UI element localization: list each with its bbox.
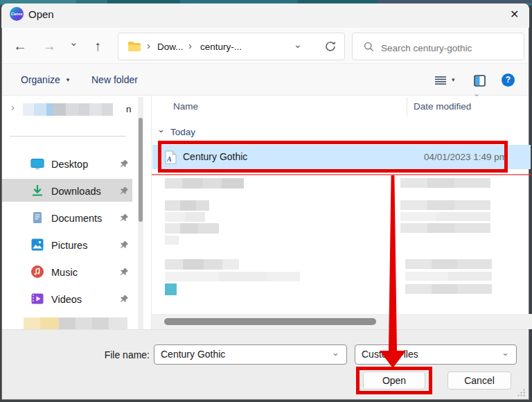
title-bar	[1, 3, 529, 28]
date-redacted	[400, 200, 490, 210]
sidebar-item-label: Desktop	[51, 159, 88, 170]
pin-icon	[119, 241, 129, 250]
address-dropdown-chevron[interactable]: ⌄	[294, 39, 302, 50]
annotation-underline	[152, 174, 532, 175]
new-folder-button[interactable]: New folder	[91, 74, 138, 85]
view-dropdown-caret-icon[interactable]: ▾	[452, 76, 455, 83]
date-redacted	[405, 272, 492, 281]
date-redacted	[400, 212, 490, 221]
file-name-combobox[interactable]: Century Gothic ⌄	[154, 344, 347, 365]
canva-logo-icon: Canva	[10, 7, 24, 21]
date-redacted	[405, 259, 492, 269]
combobox-chevron-icon[interactable]: ⌄	[502, 343, 509, 362]
music-icon	[30, 265, 44, 279]
pin-icon	[119, 213, 129, 223]
cancel-button[interactable]: Cancel	[447, 372, 511, 390]
file-type-combobox-value: Custom Files	[362, 349, 418, 360]
sidebar-item-label: Music	[51, 267, 78, 278]
pin-icon	[119, 159, 129, 169]
command-toolbar	[2, 64, 529, 96]
file-row-redacted[interactable]	[165, 200, 209, 211]
sidebar-scrollbar-thumb[interactable]	[139, 118, 143, 222]
group-header-today[interactable]: Today	[170, 127, 195, 137]
view-list-icon[interactable]	[434, 76, 447, 85]
sidebar-item-label: Pictures	[51, 240, 87, 251]
organize-label: Organize	[21, 74, 60, 85]
search-input[interactable]	[380, 40, 517, 55]
breadcrumb-separator: ›	[147, 40, 150, 51]
sidebar-item-label: Documents	[51, 213, 102, 224]
column-header-date-modified[interactable]: Date modified	[414, 101, 471, 112]
file-row-redacted[interactable]	[165, 259, 239, 270]
forward-button[interactable]: →	[42, 38, 56, 53]
file-name-combobox-value: Century Gothic	[161, 349, 225, 360]
folder-icon	[127, 41, 141, 52]
desktop-icon	[30, 157, 44, 171]
file-type-combobox[interactable]: Custom Files ⌄	[355, 344, 517, 365]
file-row-redacted[interactable]	[177, 284, 310, 295]
breadcrumb-separator: ›	[188, 40, 192, 51]
help-icon[interactable]: ?	[502, 73, 515, 87]
pin-icon	[119, 268, 129, 277]
tree-item-suffix: n	[126, 104, 132, 114]
file-row-redacted[interactable]	[165, 223, 219, 234]
column-header-name[interactable]: Name	[173, 101, 198, 112]
date-redacted	[405, 284, 492, 294]
file-row-redacted[interactable]	[165, 236, 179, 245]
sidebar-separator	[10, 136, 126, 137]
tree-item-redacted[interactable]	[23, 103, 113, 116]
refresh-icon[interactable]	[324, 40, 337, 53]
search-icon	[364, 42, 374, 52]
file-name-label: File name:	[101, 349, 150, 360]
organize-button[interactable]: Organize ▾	[21, 74, 69, 85]
organize-caret-icon: ▾	[66, 76, 70, 83]
videos-icon	[30, 292, 44, 306]
file-row-redacted[interactable]	[165, 178, 244, 189]
column-divider[interactable]	[407, 97, 407, 116]
file-icon-redacted	[165, 283, 177, 295]
sidebar-item-label: Videos	[51, 294, 82, 305]
file-row-redacted[interactable]	[165, 272, 300, 281]
date-redacted	[400, 178, 490, 188]
up-button[interactable]: ↑	[94, 38, 101, 53]
window-title: Open	[28, 8, 54, 20]
resize-grip[interactable]	[517, 388, 526, 397]
pin-icon	[119, 186, 129, 196]
file-row-redacted[interactable]	[165, 212, 205, 222]
group-collapse-chevron[interactable]: ⌄	[157, 124, 165, 134]
documents-icon	[30, 211, 44, 225]
breadcrumb-segment-downloads[interactable]: Dow...	[157, 42, 184, 52]
horizontal-scrollbar-thumb[interactable]	[164, 318, 376, 325]
recent-locations-chevron[interactable]: ⌄	[69, 36, 78, 49]
sort-indicator-icon: ⌄	[473, 89, 480, 98]
sidebar-item-label: Downloads	[51, 186, 101, 197]
close-button[interactable]: ✕	[510, 8, 519, 21]
tree-expand-chevron[interactable]: ›	[11, 101, 15, 113]
sidebar-item-redacted[interactable]	[24, 317, 127, 329]
screen: Canva Open ✕ ← → ⌄ ↑ › Dow... › century-…	[0, 0, 532, 402]
combobox-chevron-icon[interactable]: ⌄	[332, 343, 339, 362]
pane-divider	[151, 96, 152, 330]
pictures-icon	[30, 238, 44, 252]
annotation-box-file-row	[158, 141, 508, 173]
breadcrumb-segment-century[interactable]: century-...	[200, 42, 242, 52]
pin-icon	[119, 295, 129, 304]
downloads-icon	[30, 184, 44, 198]
date-redacted	[400, 223, 490, 233]
annotation-box-open-button	[356, 367, 432, 394]
preview-pane-icon[interactable]	[474, 75, 486, 87]
back-button[interactable]: ←	[13, 38, 27, 53]
